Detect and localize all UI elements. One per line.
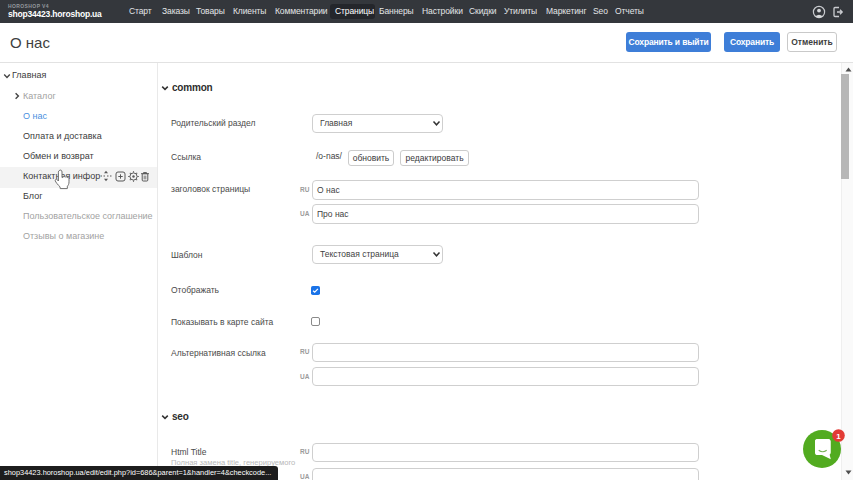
svg-text:1: 1 (836, 432, 841, 441)
